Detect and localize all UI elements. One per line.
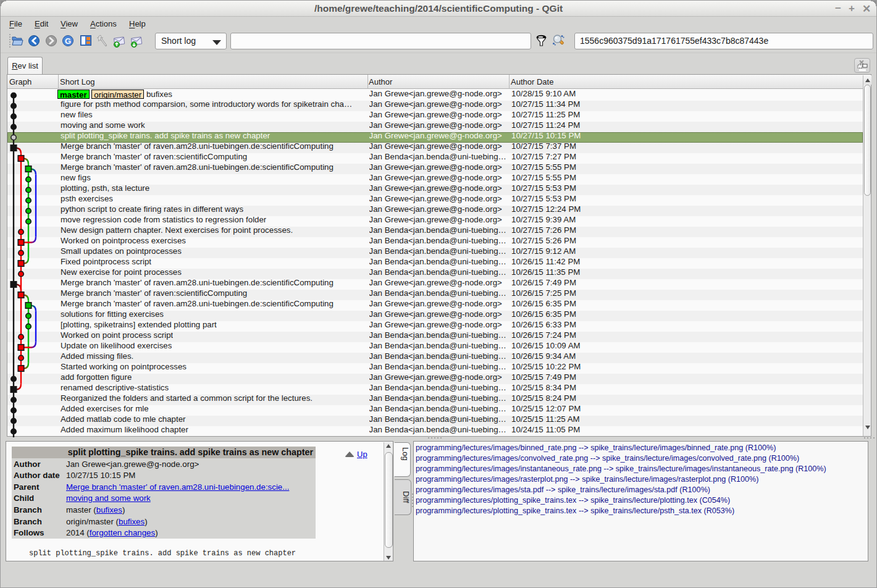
svg-text:G: G	[65, 36, 71, 46]
